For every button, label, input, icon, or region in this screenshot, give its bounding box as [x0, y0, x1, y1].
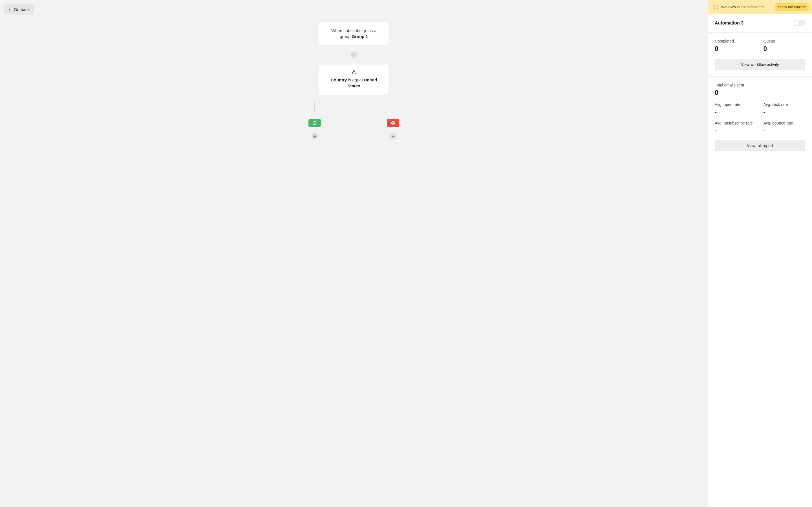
plus-icon: [391, 135, 395, 138]
metric-open-rate: Avg. open rate -: [715, 102, 757, 115]
branch-row: [308, 119, 399, 139]
add-step-button[interactable]: [351, 52, 357, 58]
alert-icon: !: [714, 5, 718, 9]
metric-label: Avg. open rate: [715, 102, 757, 107]
branch-false: [387, 119, 399, 139]
branch-false-badge[interactable]: [387, 119, 399, 127]
metric-label: Completed: [715, 39, 757, 43]
automation-enabled-toggle[interactable]: [794, 20, 805, 26]
workflow-flow: When subscriber joins a group Group 1 Co…: [0, 22, 708, 139]
toggle-knob: [794, 20, 799, 25]
branch-true-badge[interactable]: [308, 119, 321, 127]
condition-field: Country: [331, 77, 347, 82]
branch-connectors: [0, 95, 708, 102]
automation-title: Automation 3: [715, 20, 744, 25]
metric-label: Queue: [763, 39, 806, 43]
plus-icon: [313, 135, 316, 138]
metric-label: Avg. bounce rate: [763, 121, 806, 125]
metric-value: -: [715, 108, 757, 115]
connector-line: [393, 127, 393, 133]
view-workflow-activity-button[interactable]: View workflow activity: [715, 59, 805, 70]
plus-icon: [352, 53, 356, 57]
branch-icon: [327, 69, 380, 74]
metric-label: Total emails sent: [715, 83, 805, 87]
metric-value: 0: [715, 89, 805, 97]
chevron-left-icon: [8, 8, 11, 11]
trigger-group: Group 1: [352, 34, 368, 39]
add-step-false-button[interactable]: [390, 133, 396, 139]
x-circle-icon: [391, 121, 395, 125]
metric-queue: Queue 0: [763, 39, 806, 53]
go-back-label: Go back: [14, 7, 30, 12]
right-sidebar: ! Workflow is not completed Show incompl…: [708, 0, 812, 507]
view-full-report-button[interactable]: View full report: [715, 140, 805, 151]
workflow-alert: ! Workflow is not completed Show incompl…: [708, 0, 812, 14]
metric-label: Avg. click rate: [763, 102, 806, 107]
metric-completed: Completed 0: [715, 39, 757, 53]
check-circle-icon: [312, 121, 317, 125]
metric-value: -: [763, 127, 806, 134]
sidebar-header: Automation 3: [708, 14, 812, 33]
metric-bounce-rate: Avg. bounce rate -: [763, 121, 806, 134]
show-incomplete-button[interactable]: Show incomplete: [775, 3, 809, 11]
svg-point-5: [313, 121, 316, 125]
metric-label: Avg. unsubscribe rate: [715, 121, 757, 125]
branch-true: [308, 119, 321, 139]
condition-node[interactable]: Country is equal United States: [319, 64, 389, 95]
metric-total-emails: Total emails sent 0: [715, 83, 805, 97]
metric-click-rate: Avg. click rate -: [763, 102, 806, 115]
activity-section: Completed 0 Queue 0 View workflow activi…: [708, 33, 812, 76]
metric-value: -: [763, 108, 806, 115]
condition-operator: is equal: [347, 77, 364, 82]
email-stats-section: Total emails sent 0 Avg. open rate - Avg…: [708, 76, 812, 158]
add-step-true-button[interactable]: [312, 133, 318, 139]
workflow-canvas[interactable]: Go back When subscriber joins a group Gr…: [0, 0, 708, 507]
connector-line: [315, 127, 315, 133]
trigger-node[interactable]: When subscriber joins a group Group 1: [319, 22, 389, 45]
metric-value: -: [715, 127, 757, 134]
metric-value: 0: [715, 45, 757, 53]
alert-text: Workflow is not completed: [721, 5, 764, 9]
metric-value: 0: [763, 45, 806, 53]
metric-unsub-rate: Avg. unsubscribe rate -: [715, 121, 757, 134]
go-back-button[interactable]: Go back: [4, 4, 34, 15]
